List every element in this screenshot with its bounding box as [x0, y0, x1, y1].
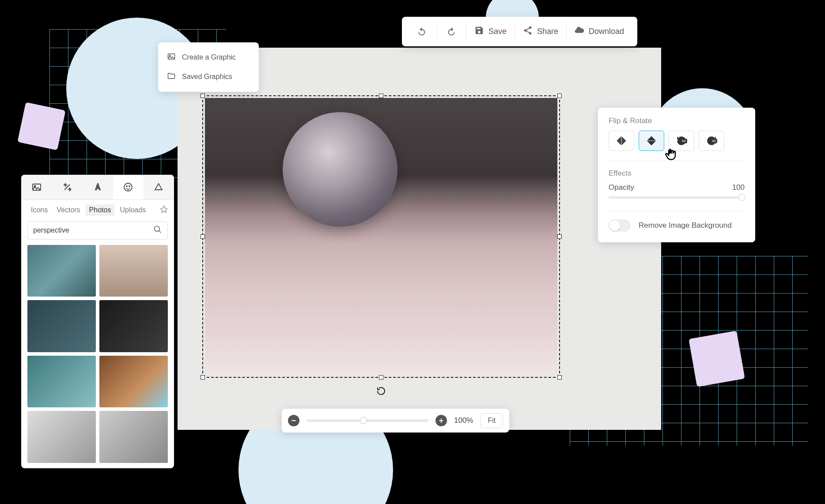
- favorites-star-icon[interactable]: [160, 205, 168, 215]
- asset-search-input[interactable]: [33, 226, 153, 234]
- asset-thumbnail[interactable]: [27, 411, 96, 463]
- download-icon: [575, 26, 584, 38]
- create-graphic-button[interactable]: Create a Graphic: [164, 48, 253, 67]
- remove-bg-toggle[interactable]: [609, 219, 631, 232]
- resize-handle-tl[interactable]: [201, 94, 205, 98]
- asset-search[interactable]: [27, 221, 168, 240]
- assets-panel: Icons Vectors Photos Uploads: [21, 175, 174, 468]
- save-icon: [474, 26, 484, 38]
- zoom-thumb[interactable]: [360, 417, 367, 424]
- zoom-out-button[interactable]: −: [288, 415, 299, 426]
- image-icon: [167, 52, 176, 63]
- resize-handle-bl[interactable]: [201, 375, 205, 380]
- assets-sub-tabs: Icons Vectors Photos Uploads: [21, 200, 174, 218]
- cursor-pointer-icon: [664, 147, 677, 161]
- remove-bg-label: Remove Image Background: [639, 221, 732, 230]
- svg-point-9: [129, 186, 130, 187]
- graphic-menu: Create a Graphic Saved Graphics: [158, 42, 259, 92]
- effects-heading: Effects: [609, 169, 745, 178]
- asset-thumbnail[interactable]: [27, 300, 96, 352]
- asset-thumbnail[interactable]: [99, 411, 168, 463]
- resize-handle-tr[interactable]: [557, 94, 562, 98]
- svg-point-2: [529, 32, 532, 35]
- zoom-percent-label: 100%: [454, 416, 473, 425]
- rotate-right-90-button[interactable]: 90: [699, 131, 724, 151]
- saved-graphics-label: Saved Graphics: [182, 73, 232, 81]
- resize-handle-r[interactable]: [557, 234, 562, 239]
- flip-rotate-heading: Flip & Rotate: [609, 117, 745, 125]
- tab-images[interactable]: [21, 175, 52, 199]
- share-icon: [523, 26, 533, 38]
- tab-text[interactable]: [82, 175, 113, 199]
- asset-thumbnail[interactable]: [99, 245, 168, 297]
- zoom-in-button[interactable]: +: [435, 415, 447, 426]
- create-graphic-label: Create a Graphic: [182, 53, 236, 61]
- effects-panel: Flip & Rotate 90 90 Effects Opacity 100 …: [598, 108, 755, 242]
- sub-tab-icons[interactable]: Icons: [27, 204, 51, 216]
- saved-graphics-button[interactable]: Saved Graphics: [164, 67, 253, 87]
- tab-shapes[interactable]: [144, 175, 174, 199]
- flip-horizontal-button[interactable]: [609, 131, 634, 151]
- zoom-fit-button[interactable]: Fit: [480, 413, 503, 428]
- share-label: Share: [537, 27, 558, 36]
- resize-handle-t[interactable]: [379, 94, 383, 98]
- zoom-bar: − + 100% Fit: [282, 409, 509, 433]
- image-selection[interactable]: [202, 95, 560, 378]
- folder-icon: [167, 71, 176, 82]
- asset-thumbnail-grid: [21, 245, 174, 463]
- asset-thumbnail[interactable]: [99, 356, 168, 407]
- redo-button[interactable]: [437, 23, 466, 40]
- resize-handle-l[interactable]: [201, 234, 205, 239]
- rotate-handle[interactable]: [375, 385, 387, 397]
- rotate-90-label: 90: [681, 139, 687, 143]
- resize-handle-br[interactable]: [557, 375, 562, 380]
- share-button[interactable]: Share: [515, 22, 567, 41]
- svg-point-7: [124, 183, 132, 191]
- download-label: Download: [589, 27, 624, 36]
- svg-point-8: [126, 186, 127, 187]
- flip-vertical-button[interactable]: [639, 131, 664, 151]
- svg-point-1: [524, 29, 527, 32]
- asset-thumbnail[interactable]: [99, 300, 168, 352]
- opacity-slider-thumb[interactable]: [738, 194, 746, 201]
- save-button[interactable]: Save: [466, 22, 515, 41]
- download-button[interactable]: Download: [567, 22, 632, 41]
- save-label: Save: [488, 27, 507, 36]
- sub-tab-uploads[interactable]: Uploads: [116, 204, 149, 216]
- zoom-slider[interactable]: [307, 419, 428, 422]
- asset-thumbnail[interactable]: [27, 356, 96, 407]
- tab-emoji[interactable]: [113, 175, 144, 199]
- svg-point-0: [529, 26, 532, 29]
- opacity-value: 100: [732, 183, 745, 192]
- resize-handle-b[interactable]: [379, 375, 383, 380]
- sub-tab-vectors[interactable]: Vectors: [53, 204, 83, 216]
- opacity-label: Opacity: [609, 183, 634, 192]
- rotate-90-label: 90: [711, 139, 717, 143]
- undo-button[interactable]: [407, 23, 437, 40]
- canvas-image-content: [283, 112, 397, 227]
- asset-thumbnail[interactable]: [27, 245, 96, 297]
- search-icon[interactable]: [153, 225, 162, 236]
- tab-effects[interactable]: [52, 175, 82, 199]
- sub-tab-photos[interactable]: Photos: [86, 204, 115, 216]
- assets-category-tabs: [21, 175, 174, 200]
- top-toolbar: Save Share Download: [402, 17, 637, 46]
- opacity-slider[interactable]: [609, 196, 745, 199]
- svg-point-10: [155, 226, 160, 232]
